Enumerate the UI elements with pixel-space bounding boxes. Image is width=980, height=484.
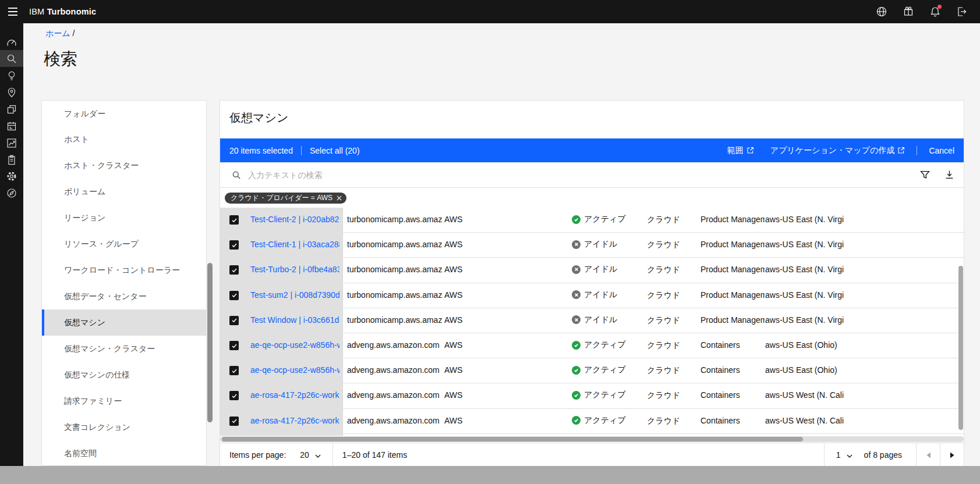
category-item[interactable]: ワークロード・コントローラー [42, 258, 206, 284]
vm-name-link[interactable]: ae-rosa-417-2p26c-worke... [250, 390, 339, 400]
cell-provider: AWS [444, 390, 497, 400]
divider [301, 146, 302, 155]
table-vertical-scrollbar[interactable] [958, 266, 963, 430]
row-sticky-cell: Test Window | i-03c661da... [220, 308, 343, 333]
category-item[interactable]: フォルダー [42, 101, 206, 127]
status-active-icon [574, 343, 579, 348]
row-checkbox[interactable] [229, 215, 239, 225]
lightbulb-icon[interactable] [0, 67, 23, 84]
category-item[interactable]: 仮想マシン [42, 309, 206, 336]
cell-domain: turbonomicamp.aws.amazon.co [347, 290, 443, 300]
close-icon[interactable] [334, 193, 344, 203]
cell-group: Product Managemen [700, 290, 765, 300]
cell-group: Containers [700, 416, 765, 425]
clipboard-icon[interactable] [0, 151, 23, 168]
vm-name-link[interactable]: Test Window | i-03c661da... [250, 315, 339, 325]
row-checkbox[interactable] [229, 341, 239, 350]
app-window: IBM Turbonomic [0, 0, 980, 484]
next-page-button[interactable] [940, 443, 964, 467]
vm-name-link[interactable]: Test-Turbo-2 | i-0fbe4a830... [250, 265, 339, 274]
cancel-button[interactable]: Cancel [929, 146, 954, 155]
divider [917, 146, 917, 155]
items-per-page-select[interactable]: 20 [300, 443, 321, 467]
cell-status: アクティブ [572, 390, 645, 400]
cell-group: Product Managemen [700, 215, 765, 224]
cell-domain: adveng.aws.amazon.com [347, 365, 443, 375]
category-item[interactable]: 仮想データ・センター [42, 284, 206, 310]
checkmark-icon [231, 418, 238, 424]
table-row: ae-rosa-417-2p26c-worke... adveng.aws.am… [220, 409, 964, 434]
category-item[interactable]: 請求ファミリー [42, 388, 206, 414]
category-item[interactable]: 文書コレクション [42, 414, 206, 440]
category-list: フォルダーホストホスト・クラスターボリュームリージョンリソース・グループワークロ… [41, 100, 207, 466]
row-checkbox[interactable] [229, 316, 239, 325]
checkmark-icon [231, 267, 238, 273]
select-all-button[interactable]: Select all (20) [310, 146, 360, 155]
filter-icon[interactable] [920, 170, 931, 180]
category-item[interactable]: 仮想マシン・クラスター [42, 336, 206, 362]
cell-region: aws-US East (N. Virgi [765, 315, 882, 325]
vm-name-link[interactable]: ae-qe-ocp-use2-w856h-w... [250, 340, 339, 350]
cell-status: アクティブ [572, 365, 645, 375]
location-icon[interactable] [0, 84, 23, 101]
category-item[interactable]: ホスト [42, 127, 206, 153]
vm-name-link[interactable]: ae-rosa-417-2p26c-worke... [250, 416, 339, 425]
status-active-icon [574, 368, 579, 373]
total-pages-label: of 8 pages [864, 450, 916, 460]
category-list-scrollbar[interactable] [207, 263, 213, 422]
table-row: ae-qe-ocp-use2-w856h-w... adveng.aws.ama… [220, 358, 964, 383]
gift-icon[interactable] [895, 0, 922, 23]
vm-name-link[interactable]: Test-Client-1 | i-03aca288... [250, 240, 339, 249]
vm-name-link[interactable]: Test-Client-2 | i-020ab82b... [250, 215, 339, 224]
cell-region: aws-US East (N. Virgi [765, 290, 882, 300]
filter-tag[interactable]: クラウド・プロバイダー = AWS [225, 193, 346, 204]
gauge-icon[interactable] [0, 34, 23, 51]
notifications-icon[interactable] [922, 0, 949, 23]
download-icon[interactable] [944, 170, 955, 180]
logout-icon[interactable] [949, 0, 975, 23]
status-active-icon [574, 217, 579, 222]
row-checkbox[interactable] [229, 391, 239, 400]
cell-environment: クラウド [647, 215, 698, 225]
row-checkbox[interactable] [229, 240, 239, 250]
breadcrumb-home-link[interactable]: ホーム [45, 29, 70, 38]
search-icon[interactable] [0, 50, 23, 67]
table-row: Test-Client-2 | i-020ab82b... turbonomic… [220, 208, 964, 233]
globe-icon[interactable] [868, 0, 895, 23]
status-idle-icon [574, 267, 579, 272]
vm-name-link[interactable]: ae-qe-ocp-use2-w856h-w... [250, 365, 339, 375]
category-item[interactable]: 名前空間 [42, 440, 206, 466]
previous-page-button[interactable] [917, 443, 940, 467]
row-checkbox[interactable] [229, 417, 239, 426]
category-item[interactable]: 仮想マシンの仕様 [42, 362, 206, 388]
category-item[interactable]: ボリューム [42, 179, 206, 205]
vm-name-link[interactable]: Test-sum2 | i-008d7390dc... [250, 290, 339, 300]
cell-provider: AWS [444, 290, 497, 300]
cell-environment: クラウド [647, 240, 698, 250]
page-number-select[interactable]: 1 [825, 443, 864, 467]
page-title: 検索 [44, 48, 77, 71]
horizontal-scrollbar-thumb[interactable] [222, 437, 803, 442]
table-row: Test Window | i-03c661da... turbonomicam… [220, 308, 964, 333]
cell-region: aws-US West (N. Cali [765, 390, 882, 400]
gear-icon[interactable] [0, 168, 23, 184]
hamburger-menu-icon[interactable] [0, 0, 28, 23]
table-row: Test-sum2 | i-008d7390dc... turbonomicam… [220, 283, 964, 308]
cell-region: aws-US East (N. Virgi [765, 215, 882, 224]
create-application-map-button[interactable]: アプリケーション・マップの作成 [770, 145, 905, 156]
search-input[interactable] [247, 162, 887, 187]
row-sticky-cell: ae-rosa-417-2p26c-worke... [220, 409, 343, 433]
scope-button[interactable]: 範囲 [727, 145, 754, 156]
layers-icon[interactable] [0, 101, 23, 118]
category-item[interactable]: リソース・グループ [42, 232, 206, 258]
cell-environment: クラウド [647, 315, 698, 326]
category-item[interactable]: ホスト・クラスター [42, 153, 206, 179]
chart-line-icon[interactable] [0, 134, 23, 151]
row-checkbox[interactable] [229, 265, 239, 275]
notification-badge [937, 5, 942, 9]
row-checkbox[interactable] [229, 291, 239, 300]
row-checkbox[interactable] [229, 366, 239, 375]
category-item[interactable]: リージョン [42, 205, 206, 232]
calendar-icon[interactable] [0, 118, 23, 134]
compass-icon[interactable] [0, 184, 23, 201]
